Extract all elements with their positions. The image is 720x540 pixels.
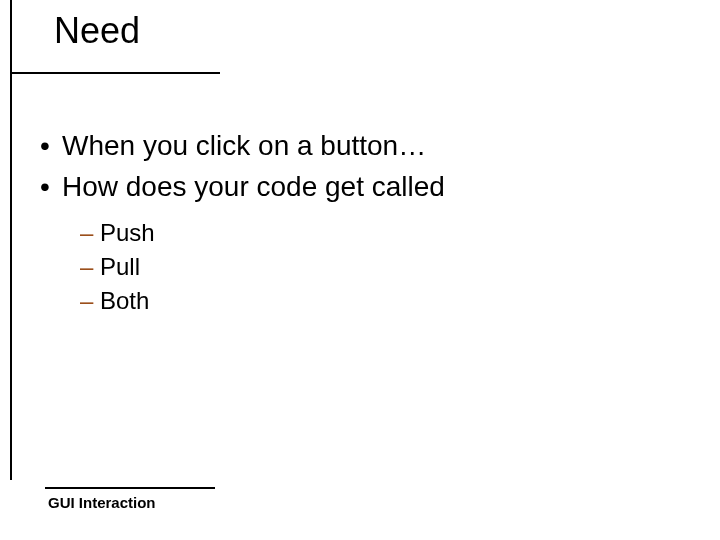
bullet-item: •How does your code get called [40,169,680,204]
sub-text: Pull [100,253,140,280]
dash-marker-icon: – [80,287,100,314]
slide-title: Need [54,10,140,52]
bullet-text: How does your code get called [62,171,445,202]
sub-item: – Pull [80,252,680,282]
footer-text: GUI Interaction [48,494,156,511]
sub-item: – Push [80,218,680,248]
dash-marker-icon: – [80,219,100,246]
sub-text: Both [100,287,149,314]
dash-marker-icon: – [80,253,100,280]
bullet-item: •When you click on a button… [40,128,680,163]
bullet-marker-icon: • [40,169,62,204]
bullet-text: When you click on a button… [62,130,426,161]
footer-rule [45,487,215,489]
sub-text: Push [100,219,155,246]
sub-item: – Both [80,286,680,316]
body-content: •When you click on a button… •How does y… [40,128,680,320]
slide: Need •When you click on a button… •How d… [0,0,720,540]
sub-list: – Push – Pull – Both [80,218,680,316]
bullet-marker-icon: • [40,128,62,163]
title-underline [10,72,220,74]
